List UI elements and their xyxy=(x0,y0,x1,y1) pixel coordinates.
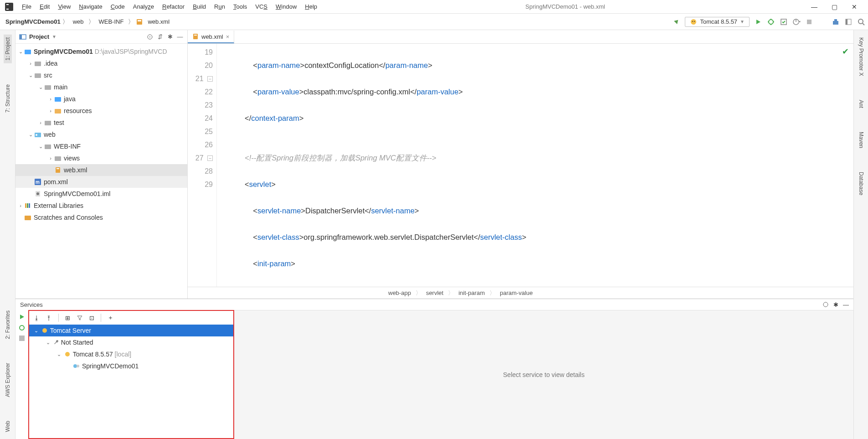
svg-rect-45 xyxy=(29,203,30,208)
tree-item[interactable]: WEB-INF xyxy=(54,143,81,150)
inspection-ok-icon: ✔ xyxy=(842,46,849,57)
menu-run[interactable]: Run xyxy=(211,1,229,12)
stop-icon[interactable] xyxy=(19,336,25,341)
svg-text:m: m xyxy=(36,180,40,185)
locate-icon[interactable] xyxy=(146,33,154,41)
tree-item[interactable]: SpringMVCDemo01.iml xyxy=(44,190,110,197)
tree-item[interactable]: resources xyxy=(64,107,92,114)
menu-refactor[interactable]: Refactor xyxy=(159,1,188,12)
menu-edit[interactable]: Edit xyxy=(36,1,53,12)
expand-all-icon[interactable]: ⭳ xyxy=(34,315,40,321)
breadcrumb-item[interactable]: web.xml xyxy=(145,17,172,26)
tool-project[interactable]: 1: Project xyxy=(4,35,12,63)
tree-item[interactable]: Scratches and Consoles xyxy=(34,214,103,221)
svg-point-49 xyxy=(823,302,828,307)
services-title[interactable]: Services xyxy=(20,301,43,308)
tool-keypromoter[interactable]: Key Promoter X xyxy=(857,35,865,79)
close-button[interactable]: ✕ xyxy=(850,3,859,10)
tool-favorites[interactable]: 2: Favorites xyxy=(4,308,12,342)
layout-icon[interactable] xyxy=(844,18,853,26)
menu-file[interactable]: FFileile xyxy=(18,1,35,12)
debug-icon[interactable] xyxy=(767,18,775,26)
hide-icon[interactable]: — xyxy=(843,301,849,308)
close-tab-icon[interactable]: × xyxy=(226,33,230,40)
tree-root[interactable]: SpringMVCDemo01 xyxy=(34,48,93,55)
debug-icon[interactable] xyxy=(19,325,25,331)
menu-vcs[interactable]: VCS xyxy=(252,1,271,12)
tool-ant[interactable]: Ant xyxy=(857,97,865,111)
tree-item[interactable]: .idea xyxy=(44,60,57,67)
breadcrumb-item[interactable]: WEB-INF xyxy=(96,17,127,26)
tree-item[interactable]: src xyxy=(44,72,52,79)
svg-rect-27 xyxy=(35,62,41,66)
crumb-item[interactable]: param-value xyxy=(500,289,533,296)
tool-aws[interactable]: AWS Explorer xyxy=(4,360,12,400)
services-tree[interactable]: ⌄ Tomcat Server ⌄ Not Started ⌄ Tomcat 8… xyxy=(29,325,233,438)
services-detail: Select service to view details xyxy=(234,310,853,439)
menu-navigate[interactable]: Navigate xyxy=(75,1,106,12)
build-icon[interactable] xyxy=(672,18,680,26)
coverage-icon[interactable] xyxy=(780,18,788,26)
editor-tab[interactable]: web.xml × xyxy=(188,31,234,43)
tool-maven[interactable]: Maven xyxy=(857,129,865,151)
code-editor[interactable]: <param-name>contextConfigLocation</param… xyxy=(217,44,853,287)
layout-icon[interactable]: ⊡ xyxy=(89,315,94,321)
tree-item[interactable]: java xyxy=(64,95,76,103)
run-config-combo[interactable]: Tomcat 8.5.57 ▼ xyxy=(685,17,750,27)
project-panel-title[interactable]: Project xyxy=(29,33,49,40)
tree-item[interactable]: test xyxy=(54,119,64,126)
add-icon[interactable]: ＋ xyxy=(108,314,113,322)
profile-icon[interactable]: ▾ xyxy=(792,18,801,26)
menu-code[interactable]: Code xyxy=(107,1,128,12)
breadcrumb-item[interactable]: web xyxy=(70,17,87,26)
xml-file-icon xyxy=(192,33,199,40)
tool-database[interactable]: Database xyxy=(857,169,865,198)
svg-rect-44 xyxy=(27,203,28,208)
filter-icon[interactable] xyxy=(77,315,83,321)
menu-build[interactable]: Build xyxy=(189,1,210,12)
minimize-button[interactable]: — xyxy=(810,3,819,10)
menu-tools[interactable]: Tools xyxy=(230,1,251,12)
svc-server: Tomcat 8.5.57 xyxy=(73,351,113,358)
breadcrumb-root[interactable]: SpringMVCDemo01 xyxy=(3,18,61,25)
svg-rect-43 xyxy=(25,203,26,208)
run-icon[interactable] xyxy=(19,314,25,320)
menu-window[interactable]: Window xyxy=(272,1,300,12)
group-icon[interactable]: ⊞ xyxy=(65,315,70,321)
crumb-item[interactable]: web-app xyxy=(388,289,411,296)
tree-item[interactable]: External Libraries xyxy=(34,202,83,209)
crumb-item[interactable]: servlet xyxy=(426,289,443,296)
artifact-icon xyxy=(73,363,80,369)
main-menu: FFileile Edit View Navigate Code Analyze… xyxy=(18,1,321,12)
crumb-item[interactable]: init-param xyxy=(458,289,485,296)
settings-icon[interactable]: ✱ xyxy=(833,301,838,308)
stop-icon[interactable] xyxy=(805,18,813,26)
tree-item-webxml[interactable]: web.xml xyxy=(64,166,87,174)
locate-icon[interactable] xyxy=(822,301,829,308)
tree-item[interactable]: views xyxy=(64,155,80,162)
maximize-button[interactable]: ▢ xyxy=(830,3,839,10)
menu-analyze[interactable]: Analyze xyxy=(129,1,158,12)
tree-item[interactable]: pom.xml xyxy=(44,178,68,186)
hide-icon[interactable]: — xyxy=(176,33,184,41)
menu-view[interactable]: View xyxy=(54,1,74,12)
tool-structure[interactable]: 7: Structure xyxy=(4,82,12,115)
svg-point-34 xyxy=(36,134,37,136)
svg-line-21 xyxy=(863,23,864,25)
settings-icon[interactable]: ✱ xyxy=(166,33,174,41)
tree-item[interactable]: web xyxy=(44,131,56,138)
svg-rect-17 xyxy=(834,19,837,21)
expand-icon[interactable]: ⇵ xyxy=(156,33,164,41)
editor-breadcrumb: web-app〉 servlet〉 init-param〉 param-valu… xyxy=(188,287,853,299)
search-everywhere-icon[interactable] xyxy=(857,18,865,26)
git-update-icon[interactable] xyxy=(832,18,840,26)
tool-web[interactable]: Web xyxy=(4,418,12,434)
run-icon[interactable] xyxy=(754,18,762,26)
tree-item[interactable]: main xyxy=(54,83,67,91)
svg-point-25 xyxy=(149,36,150,37)
collapse-all-icon[interactable]: ⭱ xyxy=(46,315,52,321)
left-tool-stripe: 1: Project 7: Structure 2: Favorites AWS… xyxy=(0,30,15,439)
menu-help[interactable]: Help xyxy=(301,1,321,12)
svg-rect-51 xyxy=(19,336,25,341)
project-tree[interactable]: ⌄SpringMVCDemo01 D:\java\JSP\SpringMVCD … xyxy=(15,44,187,299)
